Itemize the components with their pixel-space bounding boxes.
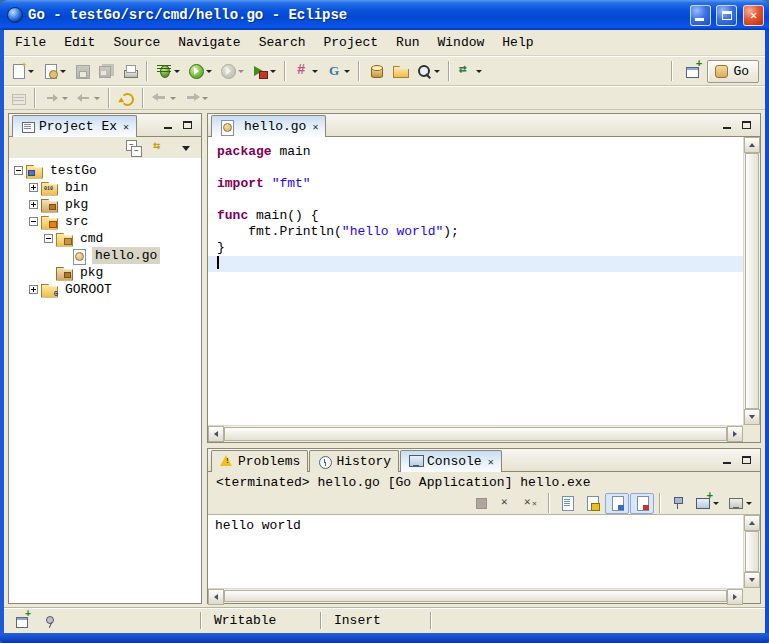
tree-item-hello-go[interactable]: hello.go: [9, 247, 201, 264]
titlebar[interactable]: Go - testGo/src/cmd/hello.go - Eclipse: [0, 0, 769, 30]
scrollbar-thumb[interactable]: [224, 590, 727, 602]
expander-plus-icon[interactable]: [29, 200, 38, 209]
prev-annotation-button[interactable]: [72, 86, 104, 110]
maximize-console-button[interactable]: [738, 452, 755, 467]
menu-navigate[interactable]: Navigate: [169, 32, 249, 53]
code-line-7[interactable]: }: [208, 240, 743, 256]
tab-problems[interactable]: Problems: [211, 450, 308, 472]
remove-launch-button[interactable]: [494, 493, 518, 514]
code-line-3[interactable]: import "fmt": [208, 176, 743, 192]
menu-run[interactable]: Run: [387, 32, 428, 53]
remove-all-terminated-button[interactable]: [519, 493, 543, 514]
minimize-view-button[interactable]: [159, 117, 176, 132]
go-test-button[interactable]: [322, 59, 354, 83]
tab-project-explorer[interactable]: Project Ex ✕: [12, 115, 137, 137]
collapse-all-button[interactable]: [122, 138, 146, 158]
back-button[interactable]: [148, 86, 180, 110]
tab-hello-go[interactable]: hello.go ✕: [211, 115, 326, 137]
tab-console[interactable]: Console✕: [400, 450, 502, 472]
code-line-2[interactable]: [208, 160, 743, 176]
code-line-8[interactable]: [208, 256, 743, 272]
next-annotation-button[interactable]: [40, 86, 72, 110]
print-button[interactable]: [118, 59, 142, 83]
save-button[interactable]: [70, 59, 94, 83]
team-sync-button[interactable]: [454, 59, 486, 83]
external-tools-button[interactable]: [248, 59, 280, 83]
scrollbar-track[interactable]: [224, 589, 727, 603]
debug-button[interactable]: [152, 59, 184, 83]
scroll-right-button[interactable]: [727, 589, 743, 605]
menu-edit[interactable]: Edit: [55, 32, 104, 53]
open-folder-button[interactable]: [388, 59, 412, 83]
forward-button[interactable]: [180, 86, 212, 110]
expander-minus-icon[interactable]: [14, 166, 23, 175]
menu-source[interactable]: Source: [104, 32, 169, 53]
mark-occurrences-button[interactable]: [6, 86, 30, 110]
close-view-icon[interactable]: ✕: [123, 121, 129, 133]
run-button[interactable]: [184, 59, 216, 83]
maximize-view-button[interactable]: [179, 117, 196, 132]
tree-item-bin[interactable]: bin: [9, 179, 201, 196]
code-line-5[interactable]: func main() {: [208, 208, 743, 224]
menu-file[interactable]: File: [6, 32, 55, 53]
expander-plus-icon[interactable]: [29, 183, 38, 192]
search-button[interactable]: [412, 59, 444, 83]
console-vertical-scrollbar[interactable]: [743, 515, 760, 588]
fast-view-button[interactable]: [10, 610, 34, 632]
expander-minus-icon[interactable]: [29, 217, 38, 226]
link-with-editor-button[interactable]: [148, 138, 172, 158]
code-line-4[interactable]: [208, 192, 743, 208]
view-menu-button[interactable]: [174, 138, 198, 158]
scrollbar-track[interactable]: [224, 426, 727, 442]
scroll-right-button[interactable]: [727, 426, 743, 442]
go-build-button[interactable]: [290, 59, 322, 83]
editor-horizontal-scrollbar[interactable]: [208, 425, 743, 442]
go-perspective-button[interactable]: Go: [707, 60, 759, 83]
scroll-down-button[interactable]: [744, 409, 760, 425]
scroll-up-button[interactable]: [744, 137, 760, 153]
close-window-button[interactable]: [743, 5, 764, 26]
tree-item-pkg[interactable]: pkg: [9, 264, 201, 281]
pin-console-button[interactable]: [666, 493, 690, 514]
code-area[interactable]: package mainimport "fmt"func main() { fm…: [208, 137, 743, 425]
show-stderr-button[interactable]: [630, 493, 654, 514]
new-go-element-button[interactable]: [38, 59, 70, 83]
expander-plus-icon[interactable]: [29, 285, 38, 294]
minimize-console-button[interactable]: [718, 452, 735, 467]
last-edit-location-button[interactable]: [114, 86, 138, 110]
open-console-button[interactable]: [691, 493, 723, 514]
menu-help[interactable]: Help: [493, 32, 542, 53]
scrollbar-thumb[interactable]: [745, 531, 759, 572]
tree-item-goroot[interactable]: GOROOT: [9, 281, 201, 298]
clear-console-button[interactable]: [555, 493, 579, 514]
terminate-button[interactable]: [469, 493, 493, 514]
expander-minus-icon[interactable]: [44, 234, 53, 243]
console-horizontal-scrollbar[interactable]: [208, 588, 743, 603]
tree-item-testgo[interactable]: testGo: [9, 162, 201, 179]
show-stdout-button[interactable]: [605, 493, 629, 514]
close-view-icon[interactable]: ✕: [488, 456, 494, 468]
code-line-6[interactable]: fmt.Println("hello world");: [208, 224, 743, 240]
scrollbar-thumb[interactable]: [224, 427, 727, 441]
scroll-down-button[interactable]: [744, 572, 760, 588]
console-output-area[interactable]: hello world: [208, 514, 760, 603]
scroll-up-button[interactable]: [744, 515, 760, 531]
scrollbar-track[interactable]: [744, 153, 760, 409]
pin-button[interactable]: [38, 610, 62, 632]
scrollbar-thumb[interactable]: [745, 153, 759, 409]
scrollbar-track[interactable]: [744, 531, 760, 572]
tree-item-src[interactable]: src: [9, 213, 201, 230]
editor-vertical-scrollbar[interactable]: [743, 137, 760, 425]
scroll-lock-button[interactable]: [580, 493, 604, 514]
scroll-left-button[interactable]: [208, 589, 224, 605]
menu-search[interactable]: Search: [250, 32, 315, 53]
save-all-button[interactable]: [94, 59, 118, 83]
new-wizard-button[interactable]: [6, 59, 38, 83]
open-jar-button[interactable]: [364, 59, 388, 83]
scroll-left-button[interactable]: [208, 426, 224, 442]
maximize-window-button[interactable]: [716, 5, 737, 26]
open-perspective-button[interactable]: [680, 59, 704, 83]
maximize-editor-button[interactable]: [738, 117, 755, 132]
minimize-window-button[interactable]: [690, 5, 711, 26]
menu-project[interactable]: Project: [314, 32, 387, 53]
